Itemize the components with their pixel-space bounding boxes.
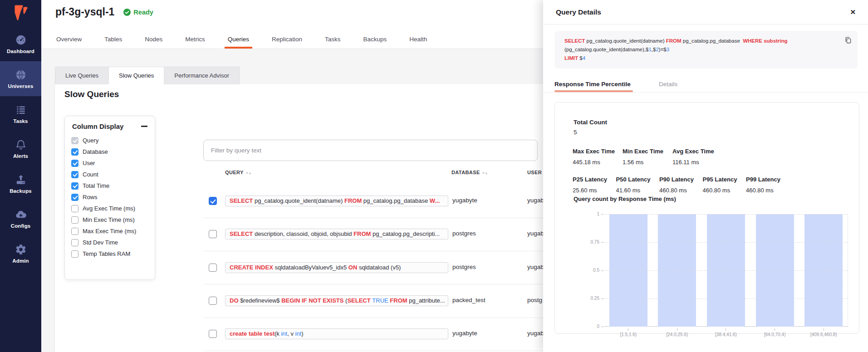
- checkbox[interactable]: [71, 148, 78, 156]
- sidebar-item-label: Universes: [8, 83, 34, 89]
- row-checkbox[interactable]: [209, 197, 217, 205]
- user-cell: yugab: [527, 330, 544, 337]
- column-header-query[interactable]: QUERY▼▲: [225, 170, 251, 175]
- tab-nodes[interactable]: Nodes: [144, 32, 163, 49]
- column-toggle-temp-tables-ram[interactable]: Temp Tables RAM: [71, 248, 148, 259]
- user-cell: postg: [527, 297, 542, 303]
- subtab-slow-queries[interactable]: Slow Queries: [108, 67, 164, 84]
- details-tab-response-time-percentile[interactable]: Response Time Percentile: [554, 77, 633, 92]
- column-toggle-database[interactable]: Database: [71, 146, 148, 157]
- sidebar-item-configs[interactable]: Configs: [0, 201, 41, 236]
- query-text-cell[interactable]: DO $redefineview$ BEGIN IF NOT EXISTS (S…: [225, 295, 448, 306]
- subtab-performance-advisor[interactable]: Performance Advisor: [164, 67, 240, 84]
- y-axis-tick: 0.75: [573, 240, 599, 244]
- query-subtabs: Live QueriesSlow QueriesPerformance Advi…: [55, 67, 239, 84]
- details-tab-details[interactable]: Details: [659, 77, 677, 92]
- stat-min-exec-time: Min Exec Time1.56 ms: [623, 148, 672, 166]
- sidebar-item-universes[interactable]: Universes: [0, 61, 41, 96]
- percentile-stats-card: Total Count 5 Max Exec Time445.18 msMin …: [554, 102, 859, 334]
- sidebar-item-label: Backups: [10, 188, 32, 194]
- status-label: Ready: [133, 9, 153, 16]
- sort-carets-icon[interactable]: ▼▲: [482, 171, 488, 175]
- row-checkbox[interactable]: [209, 264, 217, 272]
- stat-max-exec-time: Max Exec Time445.18 ms: [573, 148, 623, 166]
- tab-overview[interactable]: Overview: [55, 32, 83, 49]
- database-cell: yugabyte: [452, 330, 477, 337]
- row-divider: [203, 284, 543, 284]
- user-cell: yugab: [527, 230, 544, 237]
- close-icon[interactable]: ✕: [850, 9, 856, 15]
- row-checkbox[interactable]: [209, 330, 217, 338]
- checkbox[interactable]: [71, 250, 78, 258]
- sidebar-item-alerts[interactable]: Alerts: [0, 131, 41, 166]
- column-header-user[interactable]: USER: [527, 170, 542, 175]
- checkbox-label: Total Time: [83, 182, 109, 189]
- column-toggle-count[interactable]: Count: [71, 169, 148, 180]
- page-title: pf-3g-ysql-1: [55, 6, 114, 18]
- user-cell: yugab: [527, 264, 544, 270]
- sql-line: SELECT pg_catalog.quote_ident(datname) F…: [564, 37, 837, 45]
- row-checkbox[interactable]: [209, 297, 217, 305]
- task-list-icon: [15, 104, 27, 116]
- yugabyte-logo[interactable]: [0, 0, 41, 26]
- tab-replication[interactable]: Replication: [271, 32, 303, 49]
- stat-p95-latency: P95 Latency460.80 ms: [703, 176, 746, 194]
- database-cell: packed_test: [452, 297, 485, 303]
- checkbox-label: Count: [83, 171, 98, 178]
- copy-icon[interactable]: [844, 36, 852, 44]
- tab-tables[interactable]: Tables: [103, 32, 123, 49]
- tab-health[interactable]: Health: [408, 32, 428, 49]
- tab-backups[interactable]: Backups: [362, 32, 387, 49]
- stat-p25-latency: P25 Latency25.60 ms: [573, 176, 616, 194]
- bell-icon: [15, 139, 27, 151]
- latency-stats: P25 Latency25.60 msP50 Latency41.60 msP9…: [573, 176, 790, 194]
- collapse-minus-icon[interactable]: [141, 126, 147, 127]
- sql-line: (pg_catalog.quote_ident(datname),$1,$2)=…: [564, 45, 837, 54]
- universe-header: pf-3g-ysql-1 Ready OverviewTablesNodesMe…: [41, 0, 543, 49]
- column-toggle-total-time[interactable]: Total Time: [71, 180, 148, 191]
- stat-p50-latency: P50 Latency41.60 ms: [616, 176, 660, 194]
- column-display-title: Column Display: [72, 122, 123, 130]
- checkbox-label: Database: [83, 148, 108, 155]
- user-cell: yugab: [527, 197, 544, 204]
- x-axis-tick: [409.6,460.8): [799, 328, 848, 337]
- checkbox[interactable]: [71, 182, 78, 190]
- sidebar-item-tasks[interactable]: Tasks: [0, 96, 41, 131]
- checkbox[interactable]: [71, 171, 78, 178]
- sidebar-item-dashboard[interactable]: Dashboard: [0, 26, 41, 61]
- query-text-cell[interactable]: SELECT pg_catalog.quote_ident(datname) F…: [225, 196, 448, 206]
- checkbox-label: Temp Tables RAM: [83, 250, 130, 257]
- row-divider: [203, 351, 543, 351]
- tab-metrics[interactable]: Metrics: [184, 32, 206, 49]
- column-header-database[interactable]: DATABASE▼▲: [451, 170, 488, 175]
- y-axis-tick: 0: [573, 324, 599, 329]
- stat-avg-exec-time: Avg Exec Time116.11 ms: [672, 148, 722, 166]
- query-filter-input[interactable]: [203, 140, 538, 161]
- tab-tasks[interactable]: Tasks: [324, 32, 342, 49]
- checkbox[interactable]: [71, 160, 78, 167]
- column-toggle-user[interactable]: User: [71, 157, 148, 169]
- sql-line: LIMIT $4: [564, 54, 837, 63]
- sidebar-item-admin[interactable]: Admin: [0, 236, 41, 271]
- x-axis-tick: [64.0,70.4): [750, 328, 799, 337]
- exec-time-stats: Max Exec Time445.18 msMin Exec Time1.56 …: [573, 148, 722, 166]
- checkbox-label: Min Exec Time (ms): [83, 216, 135, 223]
- universe-tabs: OverviewTablesNodesMetricsQueriesReplica…: [55, 32, 428, 49]
- sidebar: DashboardUniversesTasksAlertsBackupsConf…: [0, 0, 41, 352]
- checkbox-label: User: [83, 160, 95, 166]
- row-checkbox[interactable]: [209, 230, 217, 238]
- query-text-cell[interactable]: CREATE INDEX sqldataloadByValuev5_idx5 O…: [225, 262, 448, 273]
- sidebar-item-backups[interactable]: Backups: [0, 166, 41, 201]
- tab-queries[interactable]: Queries: [227, 32, 250, 49]
- sort-carets-icon[interactable]: ▼▲: [245, 171, 251, 175]
- query-text-cell[interactable]: create table test(k int, v int): [225, 328, 448, 339]
- subtab-live-queries[interactable]: Live Queries: [55, 67, 109, 84]
- database-cell: yugabyte: [452, 197, 477, 204]
- query-text-cell[interactable]: SELECT description, classoid, objoid, ob…: [225, 229, 448, 240]
- section-heading: Slow Queries: [64, 89, 119, 99]
- checkbox-label: Std Dev Time: [83, 239, 118, 246]
- column-toggle-min-exec-time-ms-[interactable]: Min Exec Time (ms): [71, 214, 148, 225]
- sidebar-item-label: Tasks: [13, 118, 28, 124]
- checkbox[interactable]: [71, 216, 78, 224]
- column-toggle-query: Query: [71, 135, 148, 146]
